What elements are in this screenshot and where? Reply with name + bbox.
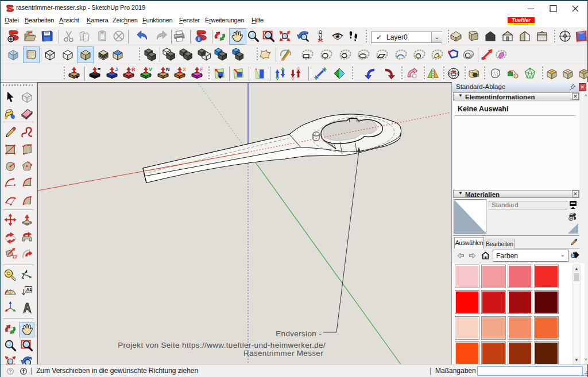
- svg-text:Projekt von Seite https://www.: Projekt von Seite https://www.tueftler-u…: [118, 341, 326, 349]
- svg-text:R: R: [131, 67, 136, 72]
- svg-text:F: F: [200, 67, 203, 72]
- svg-text:N: N: [166, 67, 170, 72]
- svg-text:Endversion -: Endversion -: [276, 329, 322, 338]
- svg-text:Rasentrimmer Messer: Rasentrimmer Messer: [243, 349, 323, 357]
- svg-text:=: =: [98, 67, 100, 72]
- svg-text:J: J: [115, 67, 118, 72]
- svg-text:A1: A1: [26, 287, 32, 292]
- svg-text:V: V: [149, 67, 152, 72]
- svg-text:X: X: [183, 67, 186, 72]
